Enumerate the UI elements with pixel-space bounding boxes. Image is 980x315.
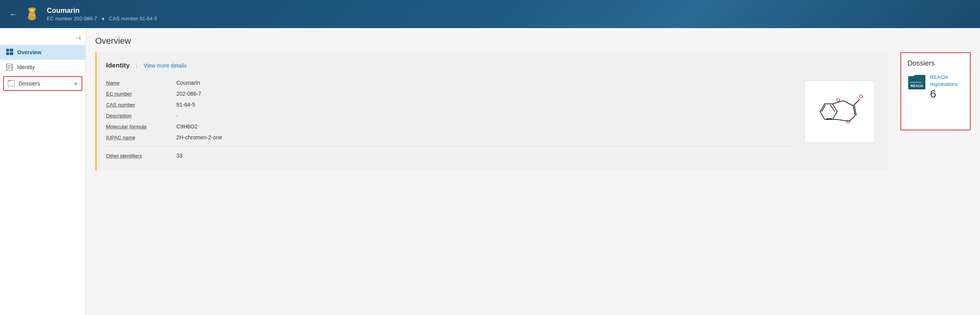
svg-rect-3 bbox=[10, 49, 13, 52]
svg-rect-27 bbox=[910, 82, 921, 83]
sidebar-item-overview[interactable]: Overview bbox=[0, 45, 85, 60]
overview-wrapper: Identity | View more details Name Coumar… bbox=[95, 52, 971, 171]
identity-row-name: Name Coumarin bbox=[106, 77, 791, 88]
identity-row-formula: Molecular formula C9H6O2 bbox=[106, 121, 791, 132]
svg-rect-5 bbox=[10, 52, 13, 55]
field-value-name: Coumarin bbox=[176, 80, 200, 86]
field-value-formula: C9H6O2 bbox=[176, 123, 197, 130]
header-separator: ● bbox=[101, 16, 105, 21]
identity-header-divider: | bbox=[136, 62, 137, 69]
field-label-other: Other identifiers bbox=[106, 153, 176, 159]
main-container: ⊣ Overview bbox=[0, 28, 980, 315]
field-label-cas: CAS number bbox=[106, 102, 176, 108]
sidebar-dossiers-label: Dossiers bbox=[19, 80, 40, 87]
molecule-image: O O O bbox=[804, 80, 875, 143]
overview-main: Identity | View more details Name Coumar… bbox=[95, 52, 888, 171]
sidebar-overview-label: Overview bbox=[17, 49, 41, 55]
field-label-description: Description bbox=[106, 113, 176, 119]
field-label-iupac: IUPAC name bbox=[106, 135, 176, 141]
svg-rect-4 bbox=[6, 52, 9, 55]
sidebar-collapse-button[interactable]: ⊣ bbox=[75, 34, 81, 42]
dossiers-reach-info: REACH registrations 6 bbox=[930, 74, 964, 100]
molecule-container: O O O bbox=[801, 62, 879, 161]
field-value-description: - bbox=[176, 112, 178, 119]
dossiers-sidebar-icon bbox=[8, 80, 15, 87]
identity-table: Name Coumarin EC number 202-086-7 CAS nu… bbox=[106, 77, 791, 161]
svg-line-22 bbox=[854, 99, 860, 105]
svg-text:REACH: REACH bbox=[911, 84, 923, 88]
svg-text:O: O bbox=[836, 98, 840, 103]
substance-name: Coumarin bbox=[47, 7, 157, 15]
cas-label: CAS number bbox=[109, 16, 138, 21]
reach-registrations-count: 6 bbox=[930, 88, 964, 100]
reach-folder-icon[interactable]: REACH bbox=[907, 74, 926, 90]
field-value-other: 33 bbox=[176, 153, 183, 159]
sidebar-item-dossiers[interactable]: Dossiers ∨ bbox=[3, 76, 82, 91]
identity-header: Identity | View more details bbox=[106, 62, 791, 69]
sidebar-identity-label: Identity bbox=[17, 64, 35, 70]
page-title: Overview bbox=[95, 36, 971, 46]
sidebar: ⊣ Overview bbox=[0, 28, 86, 315]
identity-icon bbox=[6, 64, 13, 71]
identity-row-other: Other identifiers 33 bbox=[106, 146, 791, 161]
dossiers-panel: Dossiers REACH REACH registrations 6 bbox=[900, 52, 971, 130]
identity-row-ec: EC number 202-086-7 bbox=[106, 88, 791, 99]
sidebar-item-identity[interactable]: Identity bbox=[0, 60, 85, 75]
identity-row-iupac: IUPAC name 2H-chromen-2-one bbox=[106, 132, 791, 143]
identity-section-title: Identity bbox=[106, 62, 130, 69]
field-label-formula: Molecular formula bbox=[106, 124, 176, 130]
svg-rect-2 bbox=[6, 49, 9, 52]
substance-icon bbox=[23, 5, 41, 23]
dossiers-chevron-icon: ∨ bbox=[74, 81, 78, 86]
svg-line-18 bbox=[849, 116, 855, 121]
cas-value: 91-64-5 bbox=[140, 16, 157, 21]
ec-label: EC number bbox=[47, 16, 73, 21]
svg-text:O: O bbox=[859, 93, 863, 99]
field-value-ec: 202-086-7 bbox=[176, 91, 201, 97]
field-value-iupac: 2H-chromen-2-one bbox=[176, 134, 222, 141]
identity-row-description: Description - bbox=[106, 110, 791, 121]
svg-line-12 bbox=[830, 105, 835, 112]
header-info: Coumarin EC number 202-086-7 ● CAS numbe… bbox=[47, 7, 157, 21]
header: ← Coumarin EC number 202-086-7 ● CAS num… bbox=[0, 0, 980, 28]
svg-point-1 bbox=[30, 9, 34, 11]
back-button[interactable]: ← bbox=[9, 10, 17, 19]
header-subtitle: EC number 202-086-7 ● CAS number 91-64-5 bbox=[47, 16, 157, 21]
field-label-name: Name bbox=[106, 80, 176, 86]
field-value-cas: 91-64-5 bbox=[176, 101, 195, 108]
overview-icon bbox=[6, 49, 13, 56]
identity-row-cas: CAS number 91-64-5 bbox=[106, 99, 791, 110]
field-label-ec: EC number bbox=[106, 91, 176, 97]
reach-registrations-link[interactable]: REACH registrations bbox=[930, 74, 964, 88]
ec-value: 202-086-7 bbox=[74, 16, 97, 21]
dossiers-item-reach: REACH REACH registrations 6 bbox=[907, 74, 964, 100]
content-area: Overview Identity | View more details Na… bbox=[86, 28, 980, 315]
svg-line-15 bbox=[843, 101, 853, 106]
sidebar-collapse-area: ⊣ bbox=[0, 31, 85, 45]
dossiers-panel-title: Dossiers bbox=[907, 59, 964, 68]
view-more-link[interactable]: View more details bbox=[144, 62, 186, 69]
overview-card: Identity | View more details Name Coumar… bbox=[95, 52, 888, 171]
molecule-svg: O O O bbox=[808, 84, 871, 139]
identity-section: Identity | View more details Name Coumar… bbox=[106, 62, 791, 161]
